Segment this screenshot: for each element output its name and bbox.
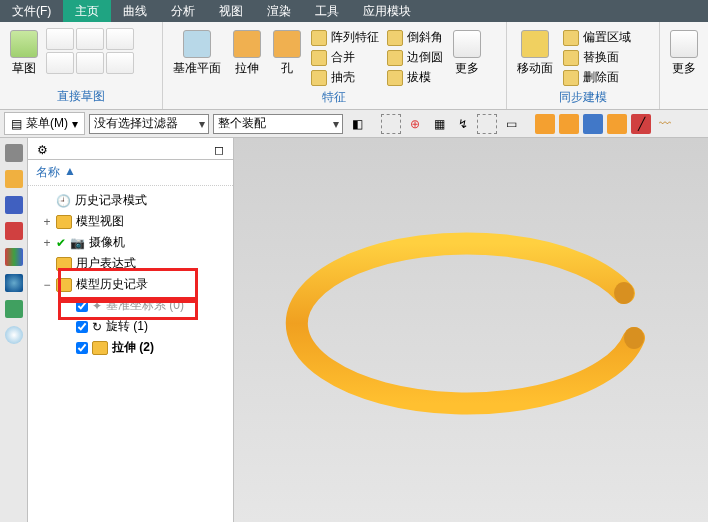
sketch-label: 草图 (12, 60, 36, 77)
edge-icon (387, 50, 403, 66)
tab-app[interactable]: 应用模块 (351, 0, 423, 22)
nav-assembly-icon[interactable] (5, 170, 23, 188)
extrude-tree-icon (92, 341, 108, 355)
scope-dropdown[interactable]: 整个装配 (213, 114, 343, 134)
more-icon (453, 30, 481, 58)
arc-tool[interactable] (46, 28, 74, 50)
pattern-button[interactable]: 阵列特征 (309, 28, 381, 47)
highlight-tool-1[interactable] (535, 114, 555, 134)
draft-icon (387, 70, 403, 86)
sketch-icon (10, 30, 38, 58)
tab-analysis[interactable]: 分析 (159, 0, 207, 22)
folder-icon (56, 278, 72, 292)
tree-history-mode[interactable]: 🕘历史记录模式 (28, 190, 233, 211)
nav-wave-icon[interactable] (5, 274, 23, 292)
nav-reuse-icon[interactable] (5, 222, 23, 240)
tree-window-icon[interactable]: ◻ (209, 140, 229, 160)
plane-icon (183, 30, 211, 58)
tree-model-history[interactable]: −模型历史记录 (28, 274, 233, 295)
select-tool-5[interactable] (477, 114, 497, 134)
line-tool[interactable] (106, 28, 134, 50)
extrude-icon (233, 30, 261, 58)
rect-tool[interactable] (76, 28, 104, 50)
more-sync-button[interactable]: 更多 (666, 28, 702, 79)
chamfer-button[interactable]: 倒斜角 (385, 28, 445, 47)
nav-history-icon[interactable] (5, 326, 23, 344)
nav-material-icon[interactable] (5, 300, 23, 318)
merge-icon (311, 50, 327, 66)
shell-button[interactable]: 抽壳 (309, 68, 381, 87)
offset-icon (563, 30, 579, 46)
chamfer-icon (387, 30, 403, 46)
spline-tool[interactable] (46, 52, 74, 74)
select-tool-3[interactable]: ▦ (429, 114, 449, 134)
tree-header-name[interactable]: 名称▲ (28, 160, 233, 186)
folder-icon (56, 215, 72, 229)
tree-user-expr[interactable]: 用户表达式 (28, 253, 233, 274)
curve-tool[interactable]: 〰 (655, 114, 675, 134)
tree-rotate[interactable]: ↻旋转 (1) (28, 316, 233, 337)
hole-icon (273, 30, 301, 58)
nav-constraint-icon[interactable] (5, 196, 23, 214)
menu-icon: ▤ (11, 117, 22, 131)
tree-settings-icon[interactable]: ⚙ (32, 140, 52, 160)
highlight-tool-4[interactable] (607, 114, 627, 134)
group-sync-label: 同步建模 (513, 87, 653, 108)
tab-render[interactable]: 渲染 (255, 0, 303, 22)
delete-face-button[interactable]: 删除面 (561, 68, 633, 87)
extrude-button[interactable]: 拉伸 (229, 28, 265, 79)
filter-dropdown[interactable]: 没有选择过滤器 (89, 114, 209, 134)
select-tool-2[interactable]: ⊕ (405, 114, 425, 134)
nav-library-icon[interactable] (5, 248, 23, 266)
group-feature-label: 特征 (169, 87, 500, 108)
rotate-icon: ↻ (92, 320, 102, 334)
tab-curve[interactable]: 曲线 (111, 0, 159, 22)
tab-home[interactable]: 主页 (63, 0, 111, 22)
folder-icon (56, 257, 72, 271)
nav-part-icon[interactable] (5, 144, 23, 162)
highlight-tool-3[interactable] (583, 114, 603, 134)
svg-point-1 (624, 327, 644, 349)
highlight-tool-5[interactable]: ╱ (631, 114, 651, 134)
move-face-button[interactable]: 移动面 (513, 28, 557, 79)
model-ring (284, 228, 664, 428)
more-features-button[interactable]: 更多 (449, 28, 485, 79)
pattern-icon (311, 30, 327, 46)
select-tool-4[interactable]: ↯ (453, 114, 473, 134)
point-tool[interactable] (106, 52, 134, 74)
csys-icon: ✦ (92, 299, 102, 313)
more2-icon (670, 30, 698, 58)
datum-checkbox[interactable] (76, 300, 88, 312)
sort-asc-icon: ▲ (64, 164, 76, 181)
merge-button[interactable]: 合并 (309, 48, 381, 67)
tree-model-view[interactable]: +模型视图 (28, 211, 233, 232)
tree-camera[interactable]: +✔📷摄像机 (28, 232, 233, 253)
hole-button[interactable]: 孔 (269, 28, 305, 79)
extrude-checkbox[interactable] (76, 342, 88, 354)
chevron-down-icon: ▾ (72, 117, 78, 131)
shell-icon (311, 70, 327, 86)
menu-button[interactable]: ▤ 菜单(M) ▾ (4, 112, 85, 135)
rotate-checkbox[interactable] (76, 321, 88, 333)
highlight-tool-2[interactable] (559, 114, 579, 134)
tree-datum-csys[interactable]: ✦基准坐标系 (0) (28, 295, 233, 316)
filter-tool-1[interactable]: ◧ (347, 114, 367, 134)
select-tool-6[interactable]: ▭ (501, 114, 521, 134)
tab-tool[interactable]: 工具 (303, 0, 351, 22)
tab-view[interactable]: 视图 (207, 0, 255, 22)
delete-icon (563, 70, 579, 86)
datum-plane-button[interactable]: 基准平面 (169, 28, 225, 79)
tree-extrude[interactable]: 拉伸 (2) (28, 337, 233, 358)
draft-button[interactable]: 拔模 (385, 68, 445, 87)
offset-region-button[interactable]: 偏置区域 (561, 28, 633, 47)
replace-face-button[interactable]: 替换面 (561, 48, 633, 67)
replace-icon (563, 50, 579, 66)
3d-viewport[interactable] (234, 138, 708, 522)
circle-tool[interactable] (76, 52, 104, 74)
check-icon: ✔ (56, 236, 66, 250)
sketch-button[interactable]: 草图 (6, 28, 42, 79)
edge-blend-button[interactable]: 边倒圆 (385, 48, 445, 67)
select-tool-1[interactable] (381, 114, 401, 134)
svg-point-0 (614, 282, 634, 304)
tab-file[interactable]: 文件(F) (0, 0, 63, 22)
